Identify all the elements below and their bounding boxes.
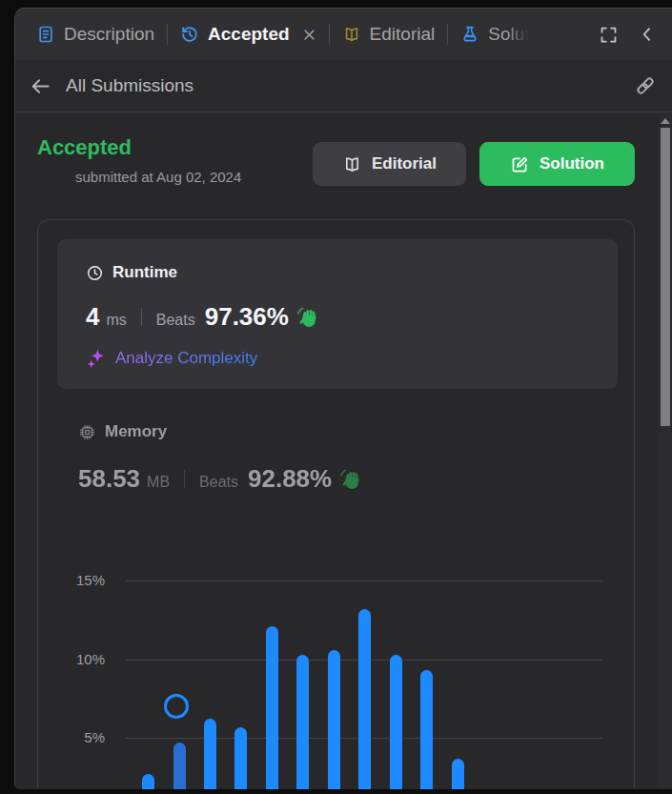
tab-description[interactable]: Description bbox=[36, 24, 154, 45]
chip-icon bbox=[78, 423, 96, 441]
runtime-beats-value: 97.36% bbox=[205, 302, 289, 332]
chart-bar[interactable] bbox=[296, 655, 309, 789]
solution-button-label: Solution bbox=[540, 154, 604, 173]
submitted-at-text: submitted at Aug 02, 2024 bbox=[75, 169, 241, 185]
runtime-beats-label: Beats bbox=[156, 312, 195, 329]
memory-beats-label: Beats bbox=[199, 474, 238, 491]
edit-icon bbox=[510, 154, 530, 174]
flask-icon bbox=[460, 25, 479, 44]
tab-editorial[interactable]: Editorial bbox=[342, 24, 436, 45]
memory-title: Memory bbox=[105, 422, 167, 441]
solution-button[interactable]: Solution bbox=[479, 142, 635, 186]
fullscreen-icon[interactable] bbox=[599, 25, 619, 45]
all-submissions-title: All Submissions bbox=[66, 75, 193, 96]
tab-accepted-label: Accepted bbox=[208, 24, 290, 45]
tab-editorial-label: Editorial bbox=[370, 24, 436, 45]
stat-divider bbox=[184, 470, 185, 488]
tab-separator bbox=[167, 24, 168, 45]
sparkles-icon bbox=[86, 348, 107, 369]
tabbar-actions bbox=[599, 25, 657, 45]
gridline bbox=[126, 580, 602, 581]
chevron-left-icon[interactable] bbox=[638, 25, 657, 44]
runtime-unit: ms bbox=[106, 312, 126, 329]
result-card-container: Runtime 4 ms Beats 97.36% Analyze bbox=[37, 219, 635, 789]
all-submissions-bar: All Submissions bbox=[15, 60, 672, 112]
runtime-distribution-chart: 5%10%15% bbox=[38, 553, 635, 789]
editorial-button-label: Editorial bbox=[372, 154, 437, 173]
close-icon[interactable] bbox=[302, 28, 316, 42]
submission-result-panel: Description Accepted Editorial Solut bbox=[14, 8, 672, 789]
analyze-complexity-link[interactable]: Analyze Complexity bbox=[86, 348, 589, 369]
chart-bar[interactable] bbox=[234, 727, 247, 789]
chart-bar[interactable] bbox=[328, 650, 340, 789]
runtime-title: Runtime bbox=[112, 263, 177, 282]
current-submission-marker[interactable] bbox=[164, 694, 189, 719]
editorial-button[interactable]: Editorial bbox=[313, 142, 466, 186]
scrollbar-up-arrow[interactable] bbox=[661, 118, 670, 124]
tab-separator bbox=[329, 24, 330, 45]
y-axis-tick-label: 10% bbox=[57, 651, 105, 667]
waving-hand-icon bbox=[296, 305, 321, 330]
chart-bar[interactable] bbox=[420, 670, 433, 789]
chart-bar[interactable] bbox=[266, 626, 278, 789]
chart-bar[interactable] bbox=[142, 774, 154, 789]
book-icon bbox=[342, 25, 361, 44]
link-icon[interactable] bbox=[634, 74, 657, 97]
tab-bar: Description Accepted Editorial Solut bbox=[15, 9, 672, 60]
runtime-value: 4 bbox=[86, 302, 99, 332]
tab-solutions[interactable]: Solut bbox=[460, 24, 529, 45]
chart-bar[interactable] bbox=[173, 743, 186, 789]
history-icon bbox=[180, 25, 199, 44]
runtime-card[interactable]: Runtime 4 ms Beats 97.36% Analyze bbox=[57, 239, 618, 389]
analyze-complexity-label: Analyze Complexity bbox=[115, 349, 257, 368]
tab-separator bbox=[447, 24, 448, 45]
submission-detail-content: Accepted submitted at Aug 02, 2024 Edito… bbox=[15, 113, 672, 789]
memory-section[interactable]: Memory 58.53 MB Beats 92.88% bbox=[78, 422, 364, 494]
y-axis-tick-label: 15% bbox=[57, 572, 105, 588]
tab-accepted[interactable]: Accepted bbox=[180, 24, 316, 45]
stat-divider bbox=[141, 308, 142, 326]
status-accepted: Accepted bbox=[37, 135, 132, 160]
memory-beats-value: 92.88% bbox=[248, 464, 332, 494]
book-icon bbox=[342, 154, 362, 174]
vertical-scrollbar[interactable] bbox=[659, 113, 672, 789]
y-axis-tick-label: 5% bbox=[57, 729, 105, 745]
memory-value: 58.53 bbox=[78, 464, 140, 494]
back-arrow-icon[interactable] bbox=[30, 75, 51, 97]
clock-icon bbox=[86, 264, 104, 282]
chart-bar[interactable] bbox=[358, 609, 371, 789]
memory-unit: MB bbox=[147, 474, 170, 491]
waving-hand-icon bbox=[339, 467, 364, 492]
scrollbar-thumb[interactable] bbox=[661, 128, 670, 426]
tab-description-label: Description bbox=[64, 24, 154, 45]
description-icon bbox=[36, 25, 55, 44]
chart-bar[interactable] bbox=[452, 759, 464, 789]
chart-bar[interactable] bbox=[204, 719, 216, 789]
chart-bar[interactable] bbox=[390, 655, 402, 789]
tab-solutions-label: Solut bbox=[488, 24, 529, 45]
